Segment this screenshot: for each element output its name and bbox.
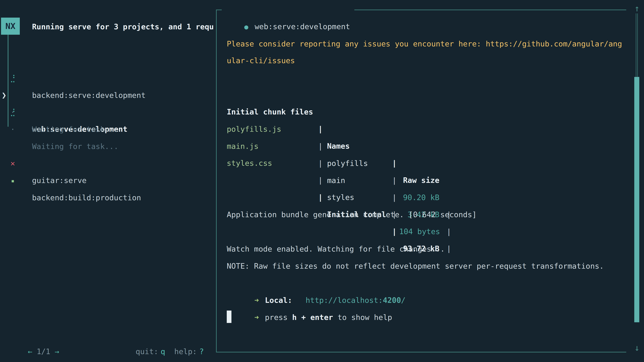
column-divider: | xyxy=(318,189,323,206)
task-row-success[interactable]: ▪ backend:build:production xyxy=(0,155,215,172)
column-divider: | xyxy=(446,223,451,240)
nx-logo-badge: NX xyxy=(1,17,20,35)
page-indicator: 1/1 xyxy=(36,347,50,356)
output-panel-title-text: web:serve:development xyxy=(254,22,350,31)
quit-label: quit: xyxy=(136,347,158,356)
column-divider: | xyxy=(446,240,451,257)
task-row[interactable]: ⣘ backend:serve:development xyxy=(0,53,215,70)
column-divider: | xyxy=(392,189,397,206)
nx-tui-screen: NX Running serve for 3 projects, and 1 r… xyxy=(0,0,644,362)
watch-mode-line: Watch mode enabled. Watching for file ch… xyxy=(227,241,445,258)
column-divider: | xyxy=(392,155,397,172)
hint-keys: h + enter xyxy=(292,313,333,322)
keyboard-shortcuts: quit:qhelp:? xyxy=(118,326,200,343)
chunk-file: styles.css xyxy=(227,155,272,172)
local-url-line: ➜Local:http://localhost:4200/ xyxy=(236,275,406,292)
task-row-selected[interactable]: ❯ ⣘ web:serve:development xyxy=(0,69,215,86)
column-divider: | xyxy=(318,155,323,172)
pagination: ←1/1→ xyxy=(10,326,59,343)
help-hint-line: ➜press h + enter to show help xyxy=(236,292,392,309)
scrollbar-thumb[interactable] xyxy=(634,77,639,322)
chunk-name: polyfills xyxy=(327,155,368,172)
prompt-arrow-icon: ➜ xyxy=(254,313,259,322)
initial-total-row: | Initial total | 93.72 kB xyxy=(0,172,644,189)
scrollbar-track[interactable] xyxy=(636,13,636,77)
quit-key: q xyxy=(161,347,165,356)
terminal-cursor xyxy=(227,311,232,323)
column-divider: | xyxy=(392,223,397,240)
notice-line: ular-cli/issues xyxy=(227,52,295,69)
chunk-table-row: styles.css | styles | 104 bytes | xyxy=(0,138,644,155)
chunk-size: 90.20 kB xyxy=(399,189,440,206)
hint-prefix: press xyxy=(265,313,292,322)
chunk-size: 104 bytes xyxy=(399,223,440,240)
page-prev-arrow[interactable]: ← xyxy=(28,347,32,356)
notice-line: Please consider reporting any issues you… xyxy=(227,35,622,52)
help-label: help: xyxy=(174,347,197,356)
scroll-down-arrow-icon[interactable]: ↓ xyxy=(632,340,642,355)
chunk-table-row: polyfills.js | polyfills | 90.20 kB | xyxy=(0,104,644,121)
running-status-dot-icon: ● xyxy=(244,23,248,31)
run-summary-title: Running serve for 3 projects, and 1 requ xyxy=(32,18,214,35)
output-panel-title: ●web:serve:development xyxy=(222,1,354,18)
page-next-arrow[interactable]: → xyxy=(55,347,59,356)
chunk-name: styles xyxy=(327,189,354,206)
hint-suffix: to show help xyxy=(333,313,392,322)
chunk-table-row: main.js | main | 3.42 kB | xyxy=(0,121,644,138)
note-line: NOTE: Raw file sizes do not reflect deve… xyxy=(227,258,604,275)
help-key: ? xyxy=(199,347,204,356)
chunk-table-header: Initial chunk files | Names | Raw size xyxy=(0,86,644,103)
task-label: backend:build:production xyxy=(32,189,141,206)
bundle-complete-line: Application bundle generation complete. … xyxy=(227,206,477,223)
scroll-up-arrow-icon[interactable]: ↑ xyxy=(632,1,642,16)
scrollbar-track[interactable] xyxy=(637,13,638,77)
